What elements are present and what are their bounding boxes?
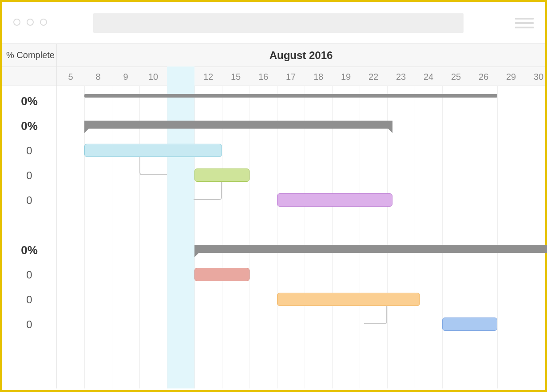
sidebar-divider	[56, 43, 57, 388]
group-progress-value: 0%	[2, 89, 57, 114]
gantt-row: 0	[2, 263, 545, 287]
task-progress-value: 0	[2, 138, 57, 163]
day-header: 16	[250, 67, 277, 86]
day-header: 10	[139, 67, 167, 86]
traffic-close-icon[interactable]	[13, 19, 20, 26]
gantt-row-timeline	[57, 312, 545, 337]
day-scale: 589101112151617181922232425262930	[57, 67, 545, 86]
day-header: 5	[57, 67, 84, 86]
gantt-row: 0	[2, 287, 545, 312]
task-bar[interactable]	[442, 318, 497, 331]
task-bar[interactable]	[84, 144, 222, 157]
task-progress-value: 0	[2, 287, 57, 312]
gantt-row: 0%	[2, 114, 545, 138]
gantt-row: 0	[2, 188, 545, 213]
task-progress-value: 0	[2, 163, 57, 188]
app-window: % Complete August 2016 58910111215161718…	[2, 2, 545, 390]
traffic-minimize-icon[interactable]	[27, 19, 34, 26]
task-bar[interactable]	[277, 193, 392, 207]
gantt-row-timeline	[57, 263, 545, 287]
gantt-row: 0%	[2, 89, 545, 114]
task-bar[interactable]	[194, 169, 250, 182]
gantt-row: 0	[2, 138, 545, 163]
day-header: 12	[194, 67, 222, 86]
title-bar-placeholder	[93, 13, 464, 33]
day-header: 30	[525, 67, 547, 86]
day-header: 9	[112, 67, 139, 86]
gantt-row: 0%	[2, 238, 545, 263]
gantt-row-timeline	[57, 114, 545, 138]
column-header-complete: % Complete	[2, 44, 57, 67]
day-header: 17	[277, 67, 305, 86]
gantt-body: 0%0%0000%000	[2, 86, 545, 388]
day-header: 15	[222, 67, 250, 86]
gantt-row: 0	[2, 312, 545, 337]
group-progress-value: 0%	[2, 114, 57, 138]
gantt-row-timeline	[57, 163, 545, 188]
phase-summary-bar[interactable]	[84, 121, 392, 129]
phase-summary-bar[interactable]	[194, 245, 547, 253]
day-header: 22	[360, 67, 387, 86]
traffic-lights	[13, 19, 47, 26]
gantt-row: 0	[2, 163, 545, 188]
traffic-zoom-icon[interactable]	[40, 19, 47, 26]
day-header: 23	[387, 67, 415, 86]
gantt-header: % Complete August 2016 58910111215161718…	[2, 43, 545, 86]
project-summary-bar[interactable]	[84, 94, 497, 98]
gantt-row-timeline	[57, 188, 545, 213]
day-header: 8	[84, 67, 112, 86]
gantt-row-timeline	[57, 287, 545, 312]
window-chrome	[2, 2, 545, 43]
day-header: 26	[470, 67, 497, 86]
task-bar[interactable]	[277, 293, 420, 306]
day-header: 25	[442, 67, 470, 86]
day-header: 19	[332, 67, 360, 86]
task-progress-value: 0	[2, 312, 57, 337]
day-header: 24	[415, 67, 442, 86]
gantt-row-timeline	[57, 89, 545, 114]
group-progress-value: 0%	[2, 238, 57, 263]
gantt-row-timeline	[57, 238, 545, 263]
hamburger-menu-icon[interactable]	[515, 18, 534, 28]
day-header: 18	[305, 67, 332, 86]
task-progress-value: 0	[2, 263, 57, 287]
month-title: August 2016	[57, 44, 545, 67]
task-progress-value: 0	[2, 188, 57, 213]
task-bar[interactable]	[194, 268, 250, 281]
gantt-row-timeline	[57, 138, 545, 163]
day-header: 29	[497, 67, 525, 86]
